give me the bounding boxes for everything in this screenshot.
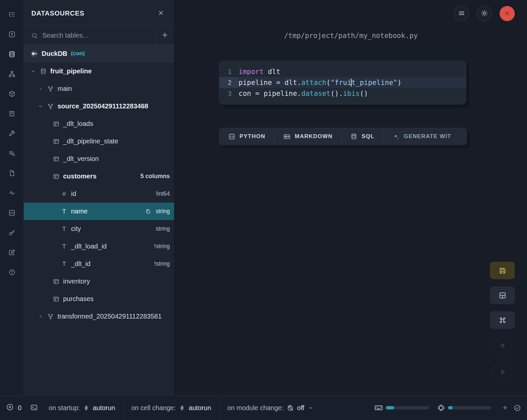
- tree-row-purchases[interactable]: purchases: [24, 290, 174, 308]
- table-icon: [52, 278, 60, 285]
- timer-off-icon: [287, 404, 294, 411]
- search-input[interactable]: [42, 32, 155, 39]
- text-type-icon: T: [60, 208, 68, 215]
- settings-button[interactable]: [477, 6, 492, 21]
- copy-icon[interactable]: [145, 209, 151, 214]
- sparkles-icon: [393, 133, 399, 140]
- logs-icon: [8, 150, 16, 157]
- tree-row-transformed-202504291112283581[interactable]: transformed_202504291112283581: [24, 308, 174, 325]
- help-icon: [8, 269, 16, 276]
- chip-slider[interactable]: [448, 406, 491, 409]
- code-cell[interactable]: 1import dlt2pipeline = dlt.attach("fruit…: [219, 60, 466, 104]
- menu-button[interactable]: [454, 6, 469, 21]
- setting-on-cell-change[interactable]: on cell change:autorun: [123, 396, 219, 420]
- terminal-icon: [30, 403, 38, 412]
- tree-row-dlt-loads[interactable]: _dlt_loads: [24, 115, 174, 133]
- tools-icon: [8, 130, 16, 137]
- slider-fill: [386, 406, 394, 409]
- rail-item-notebook-edit[interactable]: [5, 245, 19, 260]
- chevron-down-icon[interactable]: [30, 69, 36, 74]
- tree-row-customers[interactable]: customers5 columns: [24, 168, 174, 185]
- stop-icon: [499, 342, 507, 350]
- ai-sparkle-icon[interactable]: [502, 405, 508, 411]
- command-palette-button[interactable]: [490, 311, 515, 329]
- status-bar: 0 on startup:autorunon cell change:autor…: [0, 395, 527, 420]
- stop-button[interactable]: [493, 336, 512, 355]
- rail-item-outline-tree[interactable]: [5, 7, 19, 22]
- close-icon: [158, 10, 164, 17]
- table-icon: [52, 173, 60, 180]
- tree-row-dlt-id[interactable]: T_dlt_id!string: [24, 255, 174, 273]
- connection-status-icon[interactable]: [513, 404, 521, 412]
- tree-row-name[interactable]: Tnamestring: [24, 203, 174, 220]
- save-button[interactable]: [490, 262, 515, 279]
- code-text: pipeline = dlt.attach("fruit_pipeline"): [239, 77, 401, 88]
- rail-item-datasources[interactable]: [5, 47, 19, 61]
- tree-label: _dlt_version: [63, 155, 99, 163]
- chevron-down-icon[interactable]: [37, 104, 44, 109]
- rail-item-scratchpad[interactable]: [5, 206, 19, 220]
- runtime-settings: on startup:autorunon cell change:autorun…: [41, 396, 321, 420]
- tree-row-dlt-version[interactable]: _dlt_version: [24, 150, 174, 168]
- rail-item-secrets[interactable]: [5, 225, 19, 240]
- layout-icon: [499, 291, 507, 299]
- tree-row-source-202504291112283468[interactable]: source_202504291112283468: [24, 97, 174, 115]
- int-type-icon: #: [60, 190, 68, 198]
- add-cell-python-button[interactable]: PYTHON: [219, 128, 275, 145]
- rail-item-help[interactable]: [5, 265, 19, 280]
- shutdown-button[interactable]: [500, 6, 515, 21]
- chip-icon: [437, 404, 445, 412]
- run-button[interactable]: [493, 362, 512, 381]
- panel-title: DATASOURCES: [31, 10, 84, 17]
- chevron-right-icon[interactable]: [37, 314, 44, 319]
- code-line-3[interactable]: 3con = pipeline.dataset().ibis(): [219, 88, 466, 99]
- add-cell-markdown-button[interactable]: MARKDOWN: [275, 128, 342, 145]
- add-cell-generate-wit-button[interactable]: GENERATE WIT: [384, 128, 467, 145]
- rail-item-logs[interactable]: [5, 146, 19, 161]
- tree-row-city[interactable]: Tcitystring: [24, 220, 174, 238]
- tree-row-inventory[interactable]: inventory: [24, 273, 174, 290]
- code-line-2[interactable]: 2pipeline = dlt.attach("fruit_pipeline"): [219, 77, 466, 88]
- connection-row[interactable]: DuckDB (con): [24, 45, 174, 62]
- scratchpad-icon: [8, 209, 16, 216]
- connection-name: DuckDB: [42, 50, 67, 57]
- tree-row-dlt-pipeline-state[interactable]: _dlt_pipeline_state: [24, 133, 174, 150]
- terminal-button[interactable]: [30, 403, 38, 412]
- rail-item-functions[interactable]: [5, 27, 19, 42]
- setting-on-module-change[interactable]: on module change:off: [219, 396, 321, 420]
- tree-row-id[interactable]: #id!int64: [24, 185, 174, 203]
- tree-right-label: !int64: [156, 190, 170, 197]
- tables-tree: fruit_pipelinemainsource_202504291112283…: [24, 62, 174, 325]
- add-cell-sql-button[interactable]: SQL: [342, 128, 384, 145]
- chevron-right-icon[interactable]: [37, 86, 44, 91]
- zap-icon: [179, 405, 185, 411]
- rail-item-tracing[interactable]: [5, 186, 19, 200]
- code-text: con = pipeline.dataset().ibis(): [239, 88, 368, 99]
- code-line-1[interactable]: 1import dlt: [219, 66, 466, 77]
- rail-item-documentation[interactable]: [5, 106, 19, 121]
- rail-item-files[interactable]: [5, 166, 19, 180]
- layout-button[interactable]: [490, 286, 515, 304]
- markdown-icon: [283, 133, 290, 140]
- tree-row-dlt-load-id[interactable]: T_dlt_load_id!string: [24, 238, 174, 255]
- tree-label: _dlt_loads: [63, 120, 93, 128]
- rail-item-tools[interactable]: [5, 126, 19, 141]
- text-type-icon: T: [60, 225, 68, 233]
- rail-item-dependencies[interactable]: [5, 67, 19, 81]
- keyboard-slider[interactable]: [386, 406, 429, 409]
- tree-row-main[interactable]: main: [24, 80, 174, 97]
- rail-item-packages[interactable]: [5, 87, 19, 101]
- add-connection-button[interactable]: [155, 27, 174, 44]
- error-indicator[interactable]: 0: [6, 403, 21, 413]
- chevron-down-icon: [308, 405, 313, 410]
- table-icon: [52, 138, 60, 145]
- tree-label: fruit_pipeline: [50, 67, 92, 75]
- line-number: 3: [219, 88, 239, 99]
- tree-row-fruit-pipeline[interactable]: fruit_pipeline: [24, 62, 174, 80]
- setting-on-startup[interactable]: on startup:autorun: [41, 396, 123, 420]
- search-icon: [31, 32, 38, 39]
- zap-icon: [83, 405, 90, 411]
- notebook-edit-icon: [8, 249, 16, 256]
- tracing-icon: [8, 189, 16, 197]
- close-panel-button[interactable]: [158, 10, 164, 17]
